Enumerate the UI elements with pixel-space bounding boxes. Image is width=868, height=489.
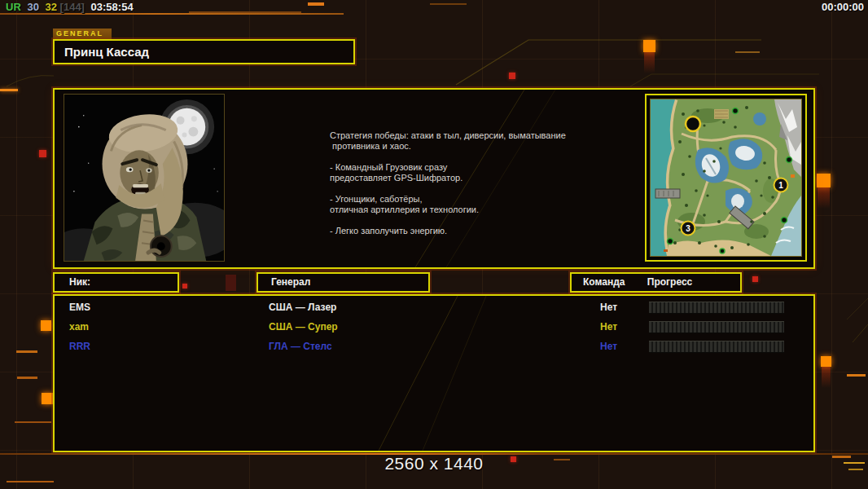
header-progress: Прогресс bbox=[647, 276, 692, 288]
status-clock: 03:58:54 bbox=[91, 1, 134, 13]
player-row: EMS США — Лазер Нет bbox=[55, 298, 813, 318]
match-timer: 00:00:00 bbox=[822, 1, 864, 13]
decor-dash bbox=[7, 481, 54, 482]
map-image: 1 3 bbox=[651, 99, 801, 256]
decor-square bbox=[509, 73, 515, 79]
decor-square bbox=[821, 356, 831, 367]
header-team-progress: Команда Прогресс bbox=[570, 272, 742, 293]
player-nick: EMS bbox=[69, 302, 90, 313]
general-tab-label: GENERAL bbox=[53, 29, 112, 39]
decor-square bbox=[643, 40, 655, 52]
start-marker-1: 1 bbox=[778, 181, 783, 190]
decor-dash bbox=[847, 374, 866, 377]
player-nick: RRR bbox=[69, 341, 90, 352]
player-general: ГЛА — Стелс bbox=[269, 341, 332, 352]
header-nick: Ник: bbox=[53, 272, 179, 293]
header-team: Команда bbox=[583, 276, 625, 288]
decor-square bbox=[817, 174, 831, 187]
status-net: UR bbox=[6, 1, 21, 13]
player-general: США — Лазер bbox=[269, 302, 336, 313]
player-nick: xam bbox=[69, 321, 89, 333]
progress-bar bbox=[649, 302, 784, 314]
resolution-label: 2560 x 1440 bbox=[0, 454, 868, 474]
decor-dash bbox=[0, 89, 18, 91]
header-general: Генерал bbox=[256, 272, 430, 293]
decor-square bbox=[39, 150, 46, 157]
decor-square bbox=[226, 275, 236, 291]
player-team: Нет bbox=[600, 302, 617, 313]
decor-square bbox=[182, 284, 187, 289]
map-preview-frame: 1 3 bbox=[645, 94, 807, 262]
strategy-text: Стратегия победы: атаки в тыл, диверсии,… bbox=[330, 130, 598, 236]
progress-bar bbox=[649, 341, 784, 353]
gentool-overlay: UR 30 32 [144] 03:58:54 bbox=[6, 1, 137, 13]
portrait-image bbox=[64, 95, 224, 261]
decor-square bbox=[752, 276, 758, 282]
status-ping: 30 bbox=[27, 1, 38, 13]
start-marker-3: 3 bbox=[686, 224, 690, 233]
progress-bar bbox=[649, 321, 784, 333]
decor-dash bbox=[16, 350, 37, 353]
decor-square bbox=[42, 393, 53, 404]
general-name-box: Принц Кассад bbox=[53, 39, 355, 64]
decor-dash bbox=[15, 421, 51, 423]
status-fps: 32 bbox=[46, 1, 57, 13]
decor-dash bbox=[735, 51, 760, 53]
player-team: Нет bbox=[600, 321, 617, 333]
player-general: США — Супер bbox=[269, 321, 338, 333]
player-row: xam США — Супер Нет bbox=[55, 318, 813, 337]
status-bar: UR 30 32 [144] 03:58:54 00:00:00 bbox=[0, 0, 868, 15]
player-team: Нет bbox=[600, 341, 617, 352]
decor-dash bbox=[17, 377, 37, 379]
player-row: RRR ГЛА — Стелс Нет bbox=[55, 337, 813, 357]
players-panel: EMS США — Лазер Нет xam США — Супер Нет … bbox=[53, 294, 815, 452]
decor-square bbox=[41, 320, 51, 331]
general-info-panel: Стратегия победы: атаки в тыл, диверсии,… bbox=[53, 88, 815, 269]
general-name: Принц Кассад bbox=[55, 41, 353, 63]
status-fps-cap: [144] bbox=[60, 1, 85, 13]
game-loading-screen: UR 30 32 [144] 03:58:54 00:00:00 GENERAL… bbox=[0, 0, 868, 489]
map-preview: 1 3 bbox=[650, 99, 802, 257]
general-portrait bbox=[64, 94, 225, 262]
